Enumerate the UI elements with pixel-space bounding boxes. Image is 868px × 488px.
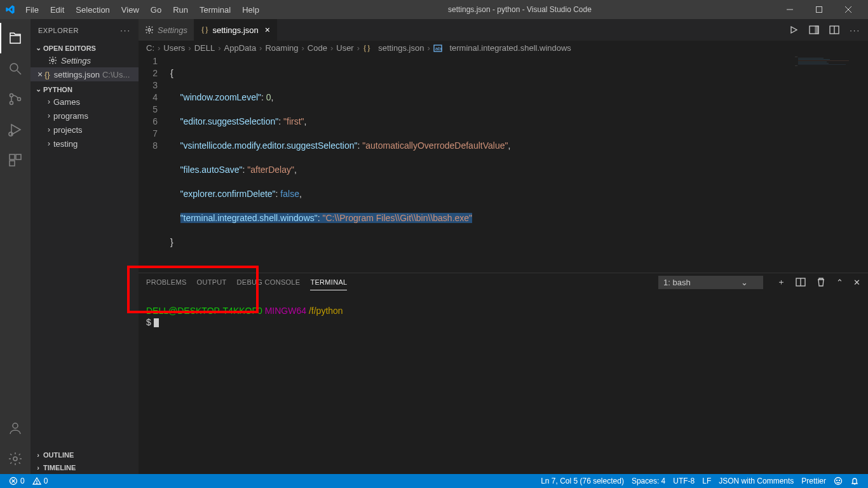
run-icon[interactable] bbox=[789, 25, 799, 35]
status-indent[interactable]: Spaces: 4 bbox=[628, 477, 669, 485]
chevron-down-icon: ⌄ bbox=[33, 85, 43, 93]
close-icon[interactable]: × bbox=[36, 69, 44, 79]
status-formatter[interactable]: Prettier bbox=[797, 477, 830, 485]
svg-point-32 bbox=[839, 480, 840, 481]
folder-label: Games bbox=[53, 97, 80, 107]
code-content[interactable]: { "window.zoomLevel": 0, "editor.suggest… bbox=[170, 55, 868, 273]
activity-bar bbox=[0, 19, 31, 474]
status-warnings[interactable]: 0 bbox=[29, 477, 52, 485]
editor-tabs: Settings {} settings.json × ··· bbox=[139, 19, 868, 41]
more-icon[interactable]: ··· bbox=[120, 25, 131, 35]
chevron-down-icon: ⌄ bbox=[741, 278, 748, 287]
split-icon[interactable] bbox=[829, 25, 839, 35]
menu-file[interactable]: File bbox=[20, 3, 44, 17]
breadcrumb-item[interactable]: Users bbox=[163, 43, 185, 53]
svg-point-6 bbox=[10, 94, 13, 97]
tab-label: settings.json bbox=[212, 25, 258, 35]
outline-header[interactable]: ›OUTLINE bbox=[31, 450, 139, 460]
breadcrumbs[interactable]: C:› Users› DELL› AppData› Roaming› Code›… bbox=[139, 41, 868, 55]
close-panel-icon[interactable]: ✕ bbox=[853, 278, 860, 287]
kill-terminal-icon[interactable] bbox=[816, 277, 826, 287]
svg-point-14 bbox=[13, 457, 17, 461]
open-editor-settings-json[interactable]: × {} settings.json C:\Us... bbox=[31, 67, 139, 81]
folder-label: projects bbox=[53, 125, 83, 135]
panel: PROBLEMS OUTPUT DEBUG CONSOLE TERMINAL 1… bbox=[139, 273, 868, 474]
activity-accounts[interactable] bbox=[0, 413, 31, 444]
activity-extensions[interactable] bbox=[0, 145, 31, 175]
status-encoding[interactable]: UTF-8 bbox=[669, 477, 698, 485]
activity-explorer[interactable] bbox=[0, 23, 31, 53]
code-editor[interactable]: 12345678 { "window.zoomLevel": 0, "edito… bbox=[139, 55, 868, 273]
activity-scm[interactable] bbox=[0, 84, 31, 114]
svg-line-5 bbox=[17, 71, 21, 74]
breadcrumb-item[interactable]: DELL bbox=[194, 43, 215, 53]
main-menu: File Edit Selection View Go Run Terminal… bbox=[20, 3, 264, 17]
menu-terminal[interactable]: Terminal bbox=[194, 3, 236, 17]
breadcrumb-item[interactable]: Roaming bbox=[265, 43, 298, 53]
breadcrumb-file[interactable]: {} settings.json bbox=[363, 43, 424, 53]
status-cursor[interactable]: Ln 7, Col 5 (76 selected) bbox=[537, 477, 628, 485]
folder-programs[interactable]: ›programs bbox=[31, 109, 139, 123]
svg-point-8 bbox=[18, 98, 21, 101]
panel-tabs: PROBLEMS OUTPUT DEBUG CONSOLE TERMINAL 1… bbox=[139, 273, 868, 291]
status-feedback-icon[interactable] bbox=[830, 477, 846, 485]
menu-go[interactable]: Go bbox=[146, 3, 166, 17]
status-bar: 0 0 Ln 7, Col 5 (76 selected) Spaces: 4 … bbox=[0, 474, 868, 488]
minimap[interactable] bbox=[792, 55, 868, 273]
new-terminal-icon[interactable]: ＋ bbox=[777, 276, 785, 288]
folder-testing[interactable]: ›testing bbox=[31, 137, 139, 151]
tab-settings-json[interactable]: {} settings.json × bbox=[194, 19, 277, 41]
status-eol[interactable]: LF bbox=[698, 477, 715, 485]
svg-rect-10 bbox=[10, 154, 15, 159]
svg-rect-18 bbox=[815, 26, 818, 34]
terminal-actions: 1: bash ⌄ ＋ ⌃ ✕ bbox=[658, 276, 860, 289]
terminal-output[interactable]: DELL@DESKTOP-T4KKOF0 MINGW64 /f/python $ bbox=[139, 291, 868, 474]
svg-point-13 bbox=[13, 423, 18, 428]
more-icon[interactable]: ··· bbox=[850, 25, 860, 35]
svg-rect-12 bbox=[10, 161, 15, 166]
folder-games[interactable]: ›Games bbox=[31, 95, 139, 109]
menu-help[interactable]: Help bbox=[237, 3, 264, 17]
tab-settings[interactable]: Settings bbox=[139, 19, 194, 41]
split-right-icon[interactable] bbox=[809, 25, 819, 35]
braces-icon: {} bbox=[44, 70, 50, 79]
terminal-prompt-prefix: $ bbox=[146, 317, 151, 327]
workspace-label: PYTHON bbox=[43, 86, 72, 93]
chevron-down-icon: ⌄ bbox=[33, 44, 43, 52]
menu-selection[interactable]: Selection bbox=[71, 3, 114, 17]
workspace-header[interactable]: ⌄PYTHON bbox=[31, 84, 139, 95]
activity-debug[interactable] bbox=[0, 114, 31, 145]
panel-tab-terminal[interactable]: TERMINAL bbox=[310, 274, 347, 290]
folder-projects[interactable]: ›projects bbox=[31, 123, 139, 137]
svg-point-31 bbox=[837, 480, 837, 481]
maximize-button[interactable] bbox=[804, 0, 834, 19]
minimize-button[interactable] bbox=[775, 0, 804, 19]
svg-point-30 bbox=[835, 478, 842, 485]
status-language[interactable]: JSON with Comments bbox=[715, 477, 797, 485]
menu-edit[interactable]: Edit bbox=[45, 3, 69, 17]
activity-settings[interactable] bbox=[0, 444, 31, 474]
timeline-header[interactable]: ›TIMELINE bbox=[31, 463, 139, 473]
menu-run[interactable]: Run bbox=[168, 3, 193, 17]
breadcrumb-item[interactable]: Code bbox=[308, 43, 327, 53]
close-button[interactable] bbox=[834, 0, 863, 19]
chevron-right-icon: › bbox=[33, 451, 43, 459]
status-bell-icon[interactable] bbox=[846, 477, 863, 485]
open-editor-settings[interactable]: Settings bbox=[31, 53, 139, 67]
terminal-prompt-path: /f/python bbox=[309, 306, 343, 316]
chevron-right-icon: › bbox=[44, 125, 53, 134]
menu-view[interactable]: View bbox=[116, 3, 144, 17]
maximize-panel-icon[interactable]: ⌃ bbox=[836, 278, 843, 287]
terminal-selector[interactable]: 1: bash ⌄ bbox=[658, 276, 763, 289]
workspace-section: ⌄PYTHON ›Games ›programs ›projects ›test… bbox=[31, 83, 139, 152]
status-errors[interactable]: 0 bbox=[5, 477, 29, 485]
breadcrumb-item[interactable]: C: bbox=[146, 43, 154, 53]
breadcrumb-item[interactable]: User bbox=[336, 43, 353, 53]
split-terminal-icon[interactable] bbox=[796, 277, 806, 287]
close-icon[interactable]: × bbox=[265, 25, 270, 35]
activity-search[interactable] bbox=[0, 53, 31, 84]
window-controls bbox=[775, 0, 863, 19]
breadcrumb-item[interactable]: AppData bbox=[224, 43, 257, 53]
breadcrumb-symbol[interactable]: abc terminal.integrated.shell.windows bbox=[433, 43, 571, 53]
open-editors-header[interactable]: ⌄OPEN EDITORS bbox=[31, 43, 139, 53]
